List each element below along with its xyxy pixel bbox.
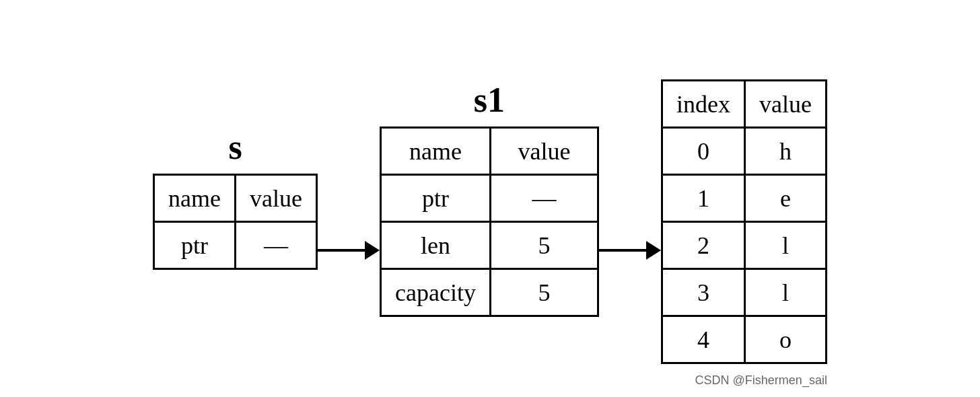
- arr-row-1-value: e: [744, 175, 826, 222]
- arrow-line-1: [318, 249, 365, 252]
- arr-row-2-index: 2: [662, 222, 744, 269]
- array-struct-container: x index value 0 h 1 e 2 l 3 l: [661, 33, 827, 364]
- arrow-s1-to-arr: [599, 241, 661, 260]
- watermark: CSDN @Fishermen_sail: [695, 373, 827, 388]
- s1-header-name: name: [381, 128, 491, 175]
- s-row-ptr-value: —: [236, 222, 317, 269]
- arr-row-2-value: l: [744, 222, 826, 269]
- arrow-head-2: [646, 241, 661, 260]
- s1-row-capacity-name: capacity: [381, 269, 491, 316]
- arr-row-0-index: 0: [662, 128, 744, 175]
- s1-label: s1: [474, 80, 505, 120]
- s1-struct-container: s1 name value ptr — len 5 capacity 5: [380, 80, 599, 317]
- s1-row-len-value: 5: [490, 222, 598, 269]
- s-label: s: [228, 127, 242, 167]
- arr-row-3-value: l: [744, 269, 826, 316]
- arrow-line-2: [599, 249, 646, 252]
- s1-header-value: value: [490, 128, 598, 175]
- s1-row-ptr-name: ptr: [381, 175, 491, 222]
- arrow-head-1: [365, 241, 380, 260]
- arr-row-1-index: 1: [662, 175, 744, 222]
- arr-row-0-value: h: [744, 128, 826, 175]
- diagram: s name value ptr — s1 name value: [153, 33, 827, 364]
- s1-row-capacity-value: 5: [490, 269, 598, 316]
- arrow-s1-to-arr-container: [599, 138, 661, 260]
- arr-row-3-index: 3: [662, 269, 744, 316]
- arr-row-4-index: 4: [662, 316, 744, 363]
- s-struct-container: s name value ptr —: [153, 127, 318, 270]
- arrow-s-to-s1-container: [318, 138, 380, 260]
- s1-row-len-name: len: [381, 222, 491, 269]
- arr-header-value: value: [744, 81, 826, 128]
- s-header-value: value: [236, 175, 317, 222]
- s-row-ptr-name: ptr: [154, 222, 236, 269]
- array-table: index value 0 h 1 e 2 l 3 l 4 o: [661, 79, 827, 364]
- s1-row-ptr-value: —: [490, 175, 598, 222]
- arrow-s-to-s1: [318, 241, 380, 260]
- arr-header-index: index: [662, 81, 744, 128]
- arr-row-4-value: o: [744, 316, 826, 363]
- s-header-name: name: [154, 175, 236, 222]
- s1-table: name value ptr — len 5 capacity 5: [380, 127, 599, 317]
- s-table: name value ptr —: [153, 174, 318, 270]
